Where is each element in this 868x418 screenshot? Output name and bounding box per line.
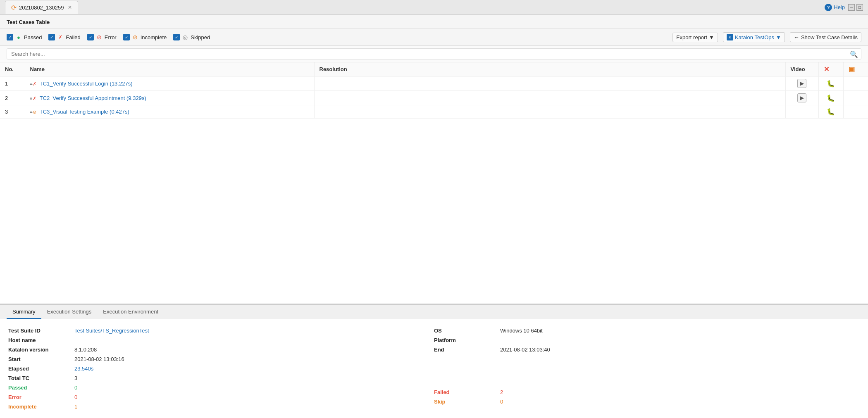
search-input[interactable] bbox=[7, 48, 861, 59]
skipped-status-icon: ◎ bbox=[181, 33, 189, 41]
failed-label: Failed bbox=[434, 389, 500, 395]
title-tab[interactable]: ⟳ 20210802_130259 ✕ bbox=[5, 1, 78, 14]
start-value: 2021-08-02 13:03:16 bbox=[74, 356, 124, 362]
row-no: 1 bbox=[0, 76, 25, 91]
summary-row-start: Start 2021-08-02 13:03:16 bbox=[8, 354, 434, 364]
filter-error[interactable]: ✓ ⊘ Error bbox=[87, 33, 117, 41]
filter-failed[interactable]: ✓ ✗ Failed bbox=[48, 33, 80, 41]
row-no: 2 bbox=[0, 91, 25, 105]
summary-row-end: End 2021-08-02 13:03:40 bbox=[434, 345, 860, 354]
tc-status-icon: ≡✗ bbox=[30, 96, 38, 101]
summary-row-hostname: Host name bbox=[8, 335, 434, 345]
row-name: ≡✗ TC1_Verify Successful Login (13.227s) bbox=[25, 76, 314, 91]
col-header-video: Video bbox=[785, 62, 818, 76]
error-status-icon: ⊘ bbox=[95, 33, 103, 41]
table-header-row: No. Name Resolution Video ✕ ▣ bbox=[0, 62, 868, 76]
title-bar: ⟳ 20210802_130259 ✕ ? Help ─ □ bbox=[0, 0, 868, 15]
row-box bbox=[843, 105, 868, 119]
row-name: ≡⊘ TC3_Visual Testing Example (0.427s) bbox=[25, 105, 314, 119]
row-katalon-bug: 🐛 bbox=[818, 76, 843, 91]
end-label: End bbox=[434, 347, 500, 353]
total-tc-value: 3 bbox=[74, 375, 77, 381]
table-title: Test Cases Table bbox=[7, 19, 50, 25]
summary-row-error: Error 0 bbox=[8, 392, 434, 402]
row-resolution bbox=[314, 105, 785, 119]
skipped-filter-label: Skipped bbox=[191, 34, 210, 40]
table-row: 3 ≡⊘ TC3_Visual Testing Example (0.427s) bbox=[0, 105, 868, 119]
failed-tc-icon: ≡✗ bbox=[30, 81, 37, 87]
summary-content: Test Suite ID Test Suites/TS_RegressionT… bbox=[0, 319, 868, 418]
video-play-button[interactable]: ▶ bbox=[797, 93, 806, 102]
bug-icon[interactable]: 🐛 bbox=[827, 95, 835, 102]
row-box bbox=[843, 91, 868, 105]
summary-row-platform: Platform bbox=[434, 335, 860, 345]
row-video: ▶ bbox=[785, 76, 818, 91]
tab-execution-settings[interactable]: Execution Settings bbox=[41, 305, 98, 319]
filter-checks: ✓ ● Passed ✓ ✗ Failed ✓ ⊘ Error bbox=[7, 33, 210, 41]
total-tc-label: Total TC bbox=[8, 375, 74, 381]
show-test-case-details-button[interactable]: ← Show Test Case Details bbox=[790, 32, 861, 42]
tc-duration: (0.427s) bbox=[110, 109, 129, 115]
summary-row-elapsed: Elapsed 23.540s bbox=[8, 364, 434, 373]
tab-title: 20210802_130259 bbox=[19, 5, 64, 11]
video-play-button[interactable]: ▶ bbox=[797, 79, 806, 88]
test-cases-table: No. Name Resolution Video ✕ ▣ bbox=[0, 62, 868, 119]
tab-execution-environment[interactable]: Execution Environment bbox=[97, 305, 164, 319]
row-no: 3 bbox=[0, 105, 25, 119]
error-value: 0 bbox=[74, 394, 77, 400]
help-button[interactable]: ? Help bbox=[825, 4, 845, 11]
platform-label: Platform bbox=[434, 337, 500, 343]
export-report-button[interactable]: Export report ▼ bbox=[672, 33, 718, 42]
summary-grid: Test Suite ID Test Suites/TS_RegressionT… bbox=[8, 326, 860, 411]
maximize-button[interactable]: □ bbox=[856, 4, 863, 11]
katalon-testops-button[interactable]: K Katalon TestOps ▼ bbox=[723, 32, 785, 42]
export-label: Export report bbox=[676, 34, 707, 40]
error-filter-label: Error bbox=[105, 34, 117, 40]
failed-checkbox[interactable]: ✓ bbox=[48, 34, 55, 40]
passed-value: 0 bbox=[74, 385, 77, 391]
tc-name-link[interactable]: TC3_Visual Testing Example (0.427s) bbox=[40, 109, 129, 115]
bottom-section: Summary Execution Settings Execution Env… bbox=[0, 304, 868, 418]
incomplete-label: Incomplete bbox=[8, 404, 74, 410]
col-header-katalon: ✕ bbox=[818, 62, 843, 76]
col-header-name: Name bbox=[25, 62, 314, 76]
summary-row-test-suite-id: Test Suite ID Test Suites/TS_RegressionT… bbox=[8, 326, 434, 335]
katalon-label: Katalon TestOps bbox=[735, 34, 774, 40]
passed-filter-label: Passed bbox=[24, 34, 42, 40]
passed-checkbox[interactable]: ✓ bbox=[7, 34, 13, 40]
filter-skipped[interactable]: ✓ ◎ Skipped bbox=[173, 33, 210, 41]
error-checkbox[interactable]: ✓ bbox=[87, 34, 94, 40]
tc-name-link[interactable]: TC1_Verify Successful Login (13.227s) bbox=[40, 81, 133, 87]
row-name: ≡✗ TC2_Verify Successful Appointment (9.… bbox=[25, 91, 314, 105]
filter-incomplete[interactable]: ✓ ⊘ Incomplete bbox=[123, 33, 167, 41]
show-details-label: Show Test Case Details bbox=[801, 34, 858, 40]
tc-name-link[interactable]: TC2_Verify Successful Appointment (9.329… bbox=[40, 95, 146, 101]
test-suite-id-value[interactable]: Test Suites/TS_RegressionTest bbox=[74, 328, 149, 334]
table-row: 2 ≡✗ TC2_Verify Successful Appointment (… bbox=[0, 91, 868, 105]
bug-icon[interactable]: 🐛 bbox=[827, 108, 835, 115]
failed-filter-label: Failed bbox=[66, 34, 80, 40]
tc-duration: (13.227s) bbox=[110, 81, 133, 87]
incomplete-filter-label: Incomplete bbox=[141, 34, 167, 40]
failed-tc-icon: ≡✗ bbox=[30, 96, 37, 101]
katalon-version-value: 8.1.0.208 bbox=[74, 347, 97, 353]
summary-left: Test Suite ID Test Suites/TS_RegressionT… bbox=[8, 326, 434, 411]
summary-row-passed: Passed 0 bbox=[8, 383, 434, 392]
skipped-checkbox[interactable]: ✓ bbox=[173, 34, 180, 40]
incomplete-value: 1 bbox=[74, 404, 77, 410]
test-suite-id-label: Test Suite ID bbox=[8, 328, 74, 334]
bug-icon[interactable]: 🐛 bbox=[827, 80, 835, 87]
tab-close-icon[interactable]: ✕ bbox=[68, 5, 72, 10]
search-icon: 🔍 bbox=[850, 50, 858, 58]
summary-row-incomplete: Incomplete 1 bbox=[8, 402, 434, 411]
help-label: Help bbox=[834, 4, 845, 10]
incomplete-checkbox[interactable]: ✓ bbox=[123, 34, 130, 40]
passed-status-icon: ● bbox=[15, 33, 22, 41]
tab-summary[interactable]: Summary bbox=[7, 305, 41, 319]
test-cases-section: Test Cases Table ✓ ● Passed ✓ ✗ Failed bbox=[0, 15, 868, 304]
end-value: 2021-08-02 13:03:40 bbox=[500, 347, 550, 353]
incomplete-status-icon: ⊘ bbox=[131, 33, 139, 41]
filter-passed[interactable]: ✓ ● Passed bbox=[7, 33, 42, 41]
minimize-button[interactable]: ─ bbox=[848, 4, 855, 11]
error-label: Error bbox=[8, 394, 74, 400]
